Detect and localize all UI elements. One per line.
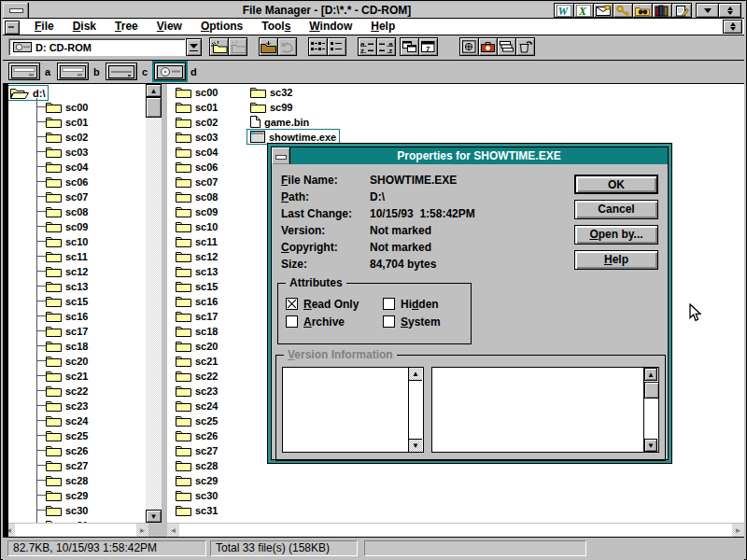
notepad-launcher-button[interactable] <box>671 3 692 18</box>
tree-item-sc02[interactable]: sc02 <box>46 130 88 144</box>
drive-a[interactable]: a <box>8 63 50 80</box>
file-item-sc31[interactable]: sc31 <box>172 502 221 518</box>
file-item-sc06[interactable]: sc06 <box>172 159 221 175</box>
open-by-button[interactable]: Open by... <box>574 225 658 245</box>
tree-item-sc09[interactable]: sc09 <box>46 219 88 233</box>
attribute-hidden[interactable]: Hidden <box>383 298 467 311</box>
child-restore-button[interactable] <box>723 20 742 34</box>
file-item-sc02[interactable]: sc02 <box>172 114 221 130</box>
tile-windows-button[interactable] <box>497 37 516 56</box>
tree-scroll-right-button[interactable]: ► <box>136 524 148 537</box>
file-item-sc30[interactable]: sc30 <box>172 487 221 503</box>
drive-d[interactable]: d <box>154 63 197 80</box>
books-launcher-button[interactable] <box>652 3 672 18</box>
dialog-system-menu-button[interactable] <box>272 147 290 164</box>
file-item-sc04[interactable]: sc04 <box>172 144 221 160</box>
cascade-button[interactable] <box>400 37 419 56</box>
first-aid-button[interactable] <box>478 37 498 56</box>
dialog-titlebar[interactable]: Properties for SHOWTIME.EXE <box>272 147 668 164</box>
file-item-sc12[interactable]: sc12 <box>172 248 221 264</box>
checkbox-checked[interactable] <box>286 298 298 310</box>
menu-tree[interactable]: Tree <box>106 19 148 35</box>
tree-item-sc07[interactable]: sc07 <box>46 189 88 203</box>
tree-item-sc22[interactable]: sc22 <box>46 384 88 398</box>
tree-item-sc21[interactable]: sc21 <box>46 369 88 383</box>
tree-item-sc04[interactable]: sc04 <box>46 160 88 174</box>
tree-horizontal-scrollbar[interactable]: ◄ ► <box>3 524 162 537</box>
drive-b[interactable]: b <box>57 63 100 80</box>
file-item-sc23[interactable]: sc23 <box>172 383 221 399</box>
system-menu-button[interactable] <box>3 3 29 18</box>
keys-launcher-button[interactable] <box>613 3 633 18</box>
attribute-archive[interactable]: Archive <box>286 315 383 329</box>
tree-item-sc24[interactable]: sc24 <box>46 413 88 427</box>
version-keys-scrollbar[interactable]: ▲ ▼ <box>408 368 423 452</box>
keys-scroll-up-button[interactable]: ▲ <box>409 368 422 381</box>
file-horizontal-scrollbar[interactable]: ◄ ► <box>167 524 744 537</box>
help-button[interactable]: Help <box>574 250 658 270</box>
file-item-sc01[interactable]: sc01 <box>172 99 221 115</box>
file-item-sc29[interactable]: sc29 <box>172 472 221 488</box>
menu-disk[interactable]: Disk <box>63 19 106 35</box>
drive-c-button[interactable] <box>106 63 137 80</box>
file-item-sc16[interactable]: sc16 <box>172 293 221 309</box>
values-scroll-thumb[interactable] <box>644 382 659 399</box>
pane-splitter[interactable] <box>3 84 8 537</box>
menu-tools[interactable]: Tools <box>252 19 300 35</box>
child-system-menu-button[interactable] <box>5 21 20 35</box>
delete-button[interactable] <box>515 37 535 56</box>
tree-hscroll-track[interactable] <box>15 524 136 537</box>
tree-item-sc20[interactable]: sc20 <box>46 354 88 368</box>
tree-item-sc00[interactable]: sc00 <box>46 100 88 114</box>
checkbox-unchecked[interactable] <box>383 315 395 328</box>
find-file-launcher-button[interactable] <box>632 3 653 18</box>
sort-za-button[interactable]: .a.z <box>376 37 396 56</box>
drive-combobox[interactable]: D: CD-ROM <box>8 38 186 56</box>
keys-scroll-down-button[interactable]: ▼ <box>409 439 422 452</box>
checkbox-unchecked[interactable] <box>286 315 298 328</box>
new-folder-button[interactable] <box>209 37 229 56</box>
mail-launcher-button[interactable] <box>593 3 613 18</box>
drive-a-button[interactable] <box>8 63 40 80</box>
menu-file[interactable]: File <box>25 19 63 35</box>
file-item-sc10[interactable]: sc10 <box>172 218 221 234</box>
file-hscroll-track[interactable] <box>179 524 732 537</box>
attribute-system[interactable]: System <box>383 315 467 329</box>
checkbox-unchecked[interactable] <box>383 298 395 310</box>
tree-scroll-thumb[interactable] <box>146 97 162 118</box>
file-item-sc28[interactable]: sc28 <box>172 457 221 473</box>
file-item-sc00[interactable]: sc00 <box>172 84 221 100</box>
version-values-listbox[interactable]: ▲ ▼ <box>431 367 659 453</box>
file-item-sc21[interactable]: sc21 <box>172 353 221 369</box>
tree-item-sc03[interactable]: sc03 <box>46 145 88 159</box>
file-scroll-right-button[interactable]: ► <box>732 524 744 537</box>
drive-c[interactable]: c <box>106 63 148 80</box>
attribute-read-only[interactable]: Read Only <box>286 298 383 311</box>
tree-item-sc31[interactable]: sc31 <box>46 518 88 523</box>
file-scroll-left-button[interactable]: ◄ <box>167 524 179 537</box>
tree-item-sc06[interactable]: sc06 <box>46 175 88 189</box>
open-folder-button[interactable] <box>259 37 278 56</box>
view-by-date-button[interactable]: 7 <box>418 37 438 56</box>
file-item-sc15[interactable]: sc15 <box>172 278 221 294</box>
file-item-sc27[interactable]: sc27 <box>172 442 221 458</box>
tree-item-sc01[interactable]: sc01 <box>46 115 88 129</box>
list-view-button[interactable] <box>327 37 346 56</box>
tree-item-sc28[interactable]: sc28 <box>46 473 88 487</box>
tree-item-sc18[interactable]: sc18 <box>46 339 88 353</box>
file-item-sc17[interactable]: sc17 <box>172 308 221 324</box>
tree-scroll-down-button[interactable]: ▼ <box>146 510 162 523</box>
restore-button[interactable] <box>718 3 741 18</box>
details-view-button[interactable] <box>308 37 328 56</box>
file-item-sc22[interactable]: sc22 <box>172 368 221 384</box>
directory-tree-pane[interactable]: d:\sc00sc01sc02sc03sc04sc06sc07sc08sc09s… <box>3 84 146 523</box>
file-item-sc13[interactable]: sc13 <box>172 263 221 279</box>
file-item-sc08[interactable]: sc08 <box>172 189 221 204</box>
excel-launcher-button[interactable]: X <box>573 3 594 18</box>
tree-item-sc10[interactable]: sc10 <box>46 234 88 248</box>
file-item-sc20[interactable]: sc20 <box>172 338 221 354</box>
drive-d-button[interactable] <box>154 63 186 80</box>
tree-item-sc08[interactable]: sc08 <box>46 204 88 218</box>
drive-b-button[interactable] <box>57 63 89 80</box>
word-launcher-button[interactable]: W <box>554 3 574 18</box>
